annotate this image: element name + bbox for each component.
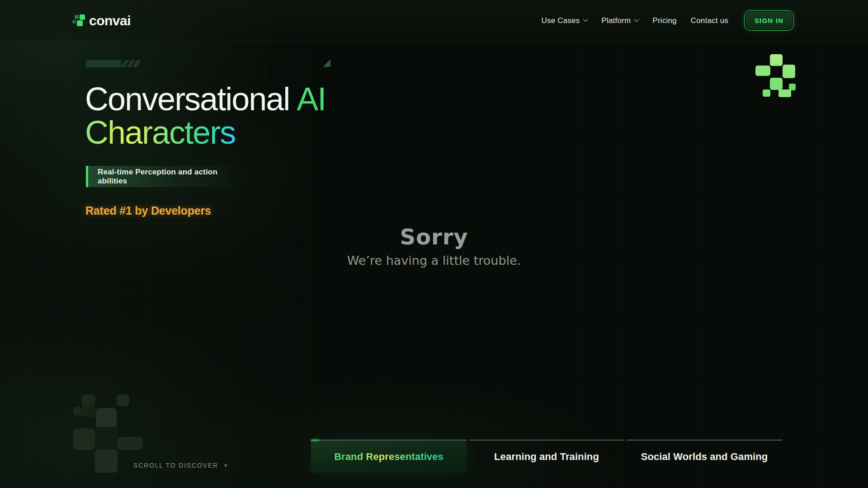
chevron-down-icon — [583, 17, 588, 22]
video-error-message: We’re having a little trouble. — [0, 253, 868, 267]
brand-logo[interactable]: convai — [72, 13, 131, 28]
hero-decorative-bar — [86, 60, 139, 67]
hero-feature-badge: Real-time Perception and action abilitie… — [86, 166, 245, 187]
tab-label: Brand Representatives — [334, 451, 443, 463]
hero-heading: ConversationalAI Characters — [85, 82, 429, 149]
video-error-overlay: Sorry We’re having a little trouble. — [0, 224, 868, 267]
tab-learning-and-training[interactable]: Learning and Training — [469, 440, 624, 473]
tab-brand-representatives[interactable]: Brand Representatives — [311, 440, 467, 473]
hero-heading-line2: Characters — [85, 114, 235, 150]
brand-name: convai — [89, 13, 131, 28]
hero-badge-label: Real-time Perception and action abilitie… — [98, 168, 245, 186]
chevron-down-icon — [634, 17, 639, 22]
hero-heading-line1: ConversationalAI — [85, 81, 326, 117]
hero-heading-white: Conversational — [85, 81, 289, 117]
nav-item-use-cases[interactable]: Use Cases — [542, 13, 588, 29]
tab-label: Learning and Training — [494, 451, 599, 463]
tab-social-worlds-and-gaming[interactable]: Social Worlds and Gaming — [627, 440, 782, 473]
hero-rating-text: Rated #1 by Developers — [85, 204, 211, 217]
main-nav: Use Cases Platform Pricing Contact us SI… — [542, 10, 794, 31]
nav-item-label: Contact us — [691, 16, 728, 25]
tab-label: Social Worlds and Gaming — [641, 451, 768, 463]
use-case-tabs: Brand Representatives Learning and Train… — [311, 440, 782, 473]
nav-item-platform[interactable]: Platform — [601, 13, 638, 29]
pixel-cluster-top-right-icon — [755, 53, 796, 99]
sign-in-button[interactable]: SIGN IN — [744, 10, 794, 31]
convai-pixel-logo-icon — [72, 14, 86, 27]
hero-decorative-triangle — [323, 59, 330, 67]
top-navbar: convai Use Cases Platform Pricing Contac… — [0, 0, 868, 42]
scroll-hint-label: SCROLL TO DISCOVER — [133, 462, 218, 469]
nav-item-label: Pricing — [652, 16, 676, 25]
nav-item-label: Use Cases — [542, 16, 580, 25]
scroll-to-discover-hint: SCROLL TO DISCOVER ▼ — [133, 462, 229, 469]
video-error-title: Sorry — [0, 224, 868, 249]
hero-heading-ai: AI — [297, 81, 326, 117]
nav-item-pricing[interactable]: Pricing — [652, 13, 676, 29]
scroll-down-triangle-icon: ▼ — [223, 463, 229, 468]
nav-item-contact-us[interactable]: Contact us — [691, 13, 728, 29]
nav-item-label: Platform — [601, 16, 631, 25]
